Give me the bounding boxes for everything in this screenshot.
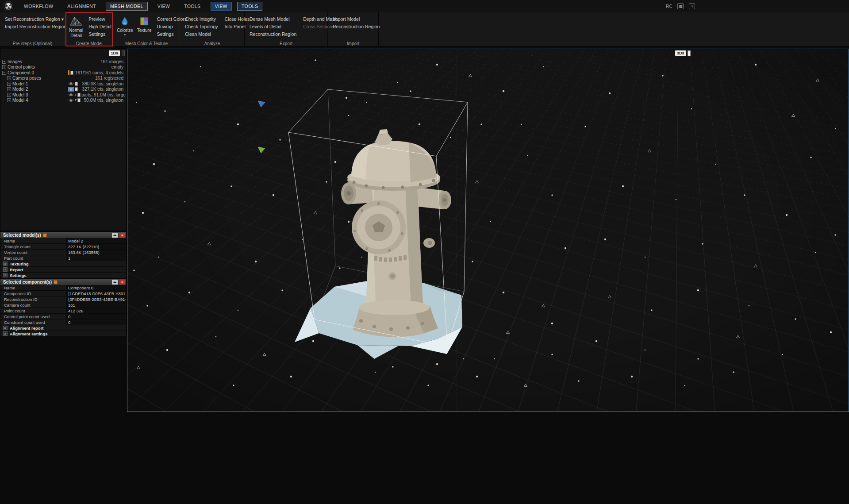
panel-close-button[interactable]: × — [119, 280, 125, 285]
section-report[interactable]: »Report — [0, 267, 126, 273]
panel-close-button[interactable]: × — [119, 233, 125, 238]
ribbon-item-check-integrity[interactable]: Check Integrity — [184, 15, 219, 23]
ribbon-group-label: Create Model — [65, 41, 113, 46]
section-expand-icon[interactable]: » — [3, 326, 8, 330]
help-icon[interactable]: ? — [689, 3, 695, 9]
property-label: Reconstruction ID — [0, 296, 66, 302]
component-color-bar — [68, 70, 69, 75]
property-row-constraint-count-used: Constraint count used0 — [0, 319, 126, 325]
property-value: 327.1K (327110) — [66, 244, 126, 249]
ribbon-item-high-detail[interactable]: High Detail — [87, 23, 112, 31]
camera-markers — [258, 101, 265, 153]
section-expand-icon[interactable]: » — [3, 331, 8, 336]
texture-flag-icon: T — [75, 99, 77, 102]
section-label: Settings — [10, 273, 26, 278]
tree-item-value: 161 registered — [95, 76, 123, 81]
expander-icon[interactable]: + — [2, 65, 6, 69]
panel-title: Selected component(s) — [3, 280, 52, 285]
property-row-name: NameModel 2 — [0, 238, 126, 244]
ribbon-item-set-reconstruction-region[interactable]: Set Reconstruction Region ▾ — [4, 15, 68, 23]
ribbon-bigbutton-texture[interactable]: Texture — [137, 15, 152, 33]
tab-view[interactable]: VIEW — [153, 2, 174, 11]
tree-item-component-0[interactable]: −Component 0161/161 cams, 4 models — [0, 70, 126, 76]
tree-item-model-4[interactable]: +Model 4T50.0M tris, singleton — [0, 98, 126, 104]
tree-item-value: parts, 91.0M tris, large — [81, 92, 125, 97]
visibility-eye-icon[interactable] — [68, 92, 74, 97]
expander-icon[interactable]: + — [7, 98, 11, 102]
layout-icon[interactable]: ▦ — [677, 3, 684, 9]
titlebar: WORKFLOWALIGNMENTMESH MODELVIEWTOOLSVIEW… — [0, 0, 849, 12]
tree-item-model-3[interactable]: +Model 3Tparts, 91.0M tris, large — [0, 92, 126, 98]
ribbon-bigbutton-colorize[interactable]: Colorize▾ — [117, 15, 133, 37]
section-settings[interactable]: »Settings — [0, 273, 126, 278]
visibility-eye-icon[interactable] — [68, 81, 74, 86]
context-tab-view[interactable]: VIEW — [211, 2, 232, 11]
selected-component-header[interactable]: Selected component(s) ◂▸ × — [0, 279, 126, 285]
ribbon-item-reconstruction-region[interactable]: Reconstruction Region — [331, 23, 381, 31]
section-expand-icon[interactable]: » — [3, 267, 8, 272]
visibility-eye-icon[interactable] — [68, 87, 74, 92]
panel-pin-button[interactable]: ◂▸ — [112, 280, 118, 285]
expander-icon[interactable]: + — [7, 87, 11, 91]
model-doc-icon — [77, 93, 81, 97]
visibility-eye-icon[interactable] — [68, 98, 74, 103]
ribbon-item-levels-of-detail[interactable]: Levels of Detail — [248, 23, 298, 31]
panel-flag-icon — [43, 233, 47, 237]
ribbon-item-reconstruction-region[interactable]: Reconstruction Region — [248, 31, 298, 38]
expander-icon[interactable]: − — [2, 71, 6, 75]
property-value: Component 0 — [66, 285, 126, 290]
panel-pin-button[interactable]: ◂▸ — [112, 233, 118, 238]
ribbon-item-import-reconstruction-region[interactable]: Import Reconstruction Region — [4, 23, 68, 31]
tab-workflow[interactable]: WORKFLOW — [19, 2, 58, 11]
viewport-tab-handle[interactable] — [688, 50, 691, 56]
expander-icon[interactable]: + — [7, 93, 11, 97]
ribbon-item-import-model[interactable]: Import Model — [331, 15, 381, 23]
mesh-icon — [69, 15, 83, 27]
tree-item-label: Model 1 — [12, 81, 28, 86]
model-doc-icon — [77, 98, 81, 102]
section-expand-icon[interactable]: » — [3, 273, 8, 277]
app-logo[interactable] — [4, 1, 13, 11]
section-label: Texturing — [10, 262, 29, 266]
ribbon-item-settings[interactable]: Settings — [87, 31, 112, 38]
selected-model-panel: Selected model(s) ◂▸ × NameModel 2Triang… — [0, 231, 127, 278]
tree-item-value: 161 images — [100, 59, 123, 64]
section-alignment-settings[interactable]: »Alignment settings — [0, 331, 126, 337]
ribbon-bigbutton-normal-detail[interactable]: Normal Detail — [69, 15, 83, 38]
expander-icon[interactable]: + — [7, 76, 11, 80]
scene-tree-panel: 1Ds +Images161 images+Control pointsempt… — [0, 49, 127, 231]
tree-item-camera-poses[interactable]: +Camera poses161 registered — [0, 76, 126, 81]
tree-item-value: empty — [111, 65, 123, 69]
ribbon-item-clean-model[interactable]: Clean Model — [184, 31, 219, 38]
ribbon-group-label: Pre-steps (Optional) — [0, 41, 65, 46]
tree-item-images[interactable]: +Images161 images — [0, 59, 126, 65]
property-label: Constraint count used — [0, 319, 66, 325]
section-texturing[interactable]: »Texturing — [0, 261, 126, 267]
tree-item-control-points[interactable]: +Control pointsempty — [0, 65, 126, 70]
tree-item-value: 380.0K tris, singleton — [82, 81, 123, 86]
section-alignment-report[interactable]: »Alignment report — [0, 325, 126, 331]
tree-item-model-2[interactable]: +Model 2327.1K tris, singleton — [0, 87, 126, 92]
tree-tab-handle[interactable] — [122, 50, 125, 56]
tree-view-badge[interactable]: 1Ds — [109, 50, 120, 56]
ribbon-item-check-topology[interactable]: Check Topology — [184, 23, 219, 31]
viewport-3d[interactable]: 3Ds — [127, 49, 849, 412]
expander-icon[interactable]: + — [7, 82, 11, 86]
tab-mesh-model[interactable]: MESH MODEL — [106, 2, 148, 11]
section-expand-icon[interactable]: » — [3, 262, 8, 266]
ribbon-item-preview[interactable]: Preview — [87, 15, 112, 23]
selected-component-panel: Selected component(s) ◂▸ × NameComponent… — [0, 278, 127, 335]
tree-item-model-1[interactable]: +Model 1380.0K tris, singleton — [0, 81, 126, 87]
viewport-view-badge[interactable]: 3Ds — [675, 50, 686, 56]
expander-icon[interactable]: + — [2, 60, 6, 64]
context-tab-tools[interactable]: TOOLS — [237, 2, 262, 11]
ribbon-group-label: Analyze — [180, 41, 244, 46]
ribbon-item-dense-mesh-model[interactable]: Dense Mesh Model — [248, 15, 298, 23]
ribbon-group-pre-steps-optional: Set Reconstruction Region ▾Import Recons… — [0, 12, 65, 46]
model-doc-icon — [75, 82, 78, 86]
selected-model-header[interactable]: Selected model(s) ◂▸ × — [0, 232, 126, 238]
property-value: Model 2 — [66, 238, 126, 243]
tab-tools[interactable]: TOOLS — [180, 2, 205, 11]
tab-alignment[interactable]: ALIGNMENT — [63, 2, 100, 11]
section-label: Report — [10, 267, 23, 272]
